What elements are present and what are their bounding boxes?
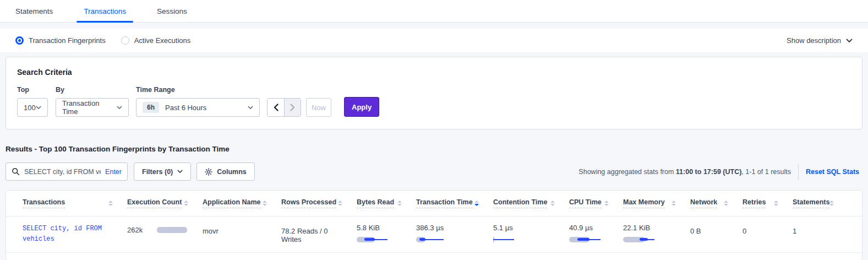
chevron-left-icon [274,104,279,111]
cell-network: 0 B [690,224,743,235]
columns-button[interactable]: Columns [196,162,254,181]
sort-icon [397,201,402,206]
show-description-toggle[interactable]: Show description [787,36,853,45]
search-icon [12,167,20,176]
filters-button-label: Filters (0) [142,168,173,176]
cell-cpu-time: 40.9 µs [569,224,623,242]
now-button[interactable]: Now [306,98,331,117]
sort-icon [604,201,609,206]
column-label: Statements [793,198,829,208]
cell-application-name: movr [203,224,281,235]
chevron-down-icon [177,170,183,174]
metric-bar [623,237,676,242]
by-select[interactable]: Transaction Time [56,98,129,117]
by-select-value: Transaction Time [62,99,117,116]
stats-time-range: 11:00 to 17:59 (UTC) [676,168,741,176]
radio-label: Transaction Fingerprints [29,36,106,45]
column-label: Execution Count [127,198,182,208]
top-select-value: 100 [24,104,36,112]
column-header-network[interactable]: Network [690,198,743,208]
column-header-statements[interactable]: Statements [793,198,845,208]
time-range-select[interactable]: 6h Past 6 Hours [136,98,260,117]
metric-bar [416,237,479,242]
column-header-execution-count[interactable]: Execution Count [127,198,203,208]
time-range-field: Time Range 6h Past 6 Hours [136,86,260,117]
sort-icon [338,201,342,206]
sort-icon [829,201,834,206]
show-description-label: Show description [787,36,841,45]
column-label: Retries [743,198,766,208]
column-label: Max Memory [623,198,665,208]
column-header-transaction-time[interactable]: Transaction Time [416,198,493,208]
column-label: Application Name [203,198,261,208]
tab-statements[interactable]: Statements [15,0,53,22]
column-header-cpu-time[interactable]: CPU Time [569,198,623,208]
cell-transaction-time: 386.3 µs [416,224,493,242]
sort-icon [672,201,676,206]
column-header-application-name[interactable]: Application Name [203,198,281,208]
metric-bar [569,237,609,242]
sort-icon [108,201,113,206]
transaction-fingerprint-link[interactable]: SELECT city, id FROMvehicles [23,224,113,244]
column-label: Rows Processed [281,198,336,208]
cell-max-memory: 22.1 KiB [623,224,690,242]
results-heading: Results - Top 100 Transaction Fingerprin… [6,145,862,153]
column-label: CPU Time [569,198,602,208]
column-header-retries[interactable]: Retries [743,198,793,208]
cell-transactions: SELECT city, id FROMvehicles [23,224,127,244]
search-criteria-title: Search Criteria [17,68,851,77]
column-label: Network [690,198,717,208]
view-toggle-row: Transaction Fingerprints Active Executio… [0,29,868,52]
tab-sessions[interactable]: Sessions [157,0,187,22]
chevron-down-icon [248,106,253,110]
cell-rows-processed: 78.2 Reads / 0 Writes [281,224,357,243]
apply-button[interactable]: Apply [344,97,379,117]
time-range-badge: 6h [143,102,159,113]
search-input[interactable]: SELECT city, id FROM vehicles W Enter [6,162,128,181]
radio-selected-icon [15,36,24,45]
by-field: By Transaction Time [56,86,136,117]
apply-button-label: Apply [352,103,372,111]
column-header-contention-time[interactable]: Contention Time [493,198,569,208]
top-select[interactable]: 100 [17,98,48,117]
cell-execution-count: 262k [127,224,203,234]
chevron-right-icon [290,104,295,111]
search-enter-button[interactable]: Enter [105,168,122,176]
top-field: Top 100 [17,86,56,117]
radio-active-executions[interactable]: Active Executions [121,36,191,45]
tab-label: Statements [15,7,53,15]
tab-label: Sessions [157,7,187,15]
filters-button[interactable]: Filters (0) [134,162,191,181]
chevron-down-icon [36,106,41,110]
tab-transactions[interactable]: Transactions [84,0,126,22]
column-label: Transaction Time [416,198,473,208]
cell-contention-time: 5.1 µs [493,224,569,242]
vertical-divider [798,164,799,180]
table-row: SELECT city, id FROMvehicles262kmovr78.2… [6,216,862,253]
column-header-bytes-read[interactable]: Bytes Read [357,198,416,208]
table-body: SELECT city, id FROMvehicles262kmovr78.2… [6,216,862,253]
column-label: Transactions [23,198,65,208]
column-header-rows-processed[interactable]: Rows Processed [281,198,357,208]
metric-bar [493,237,555,242]
aggregated-stats-text: Showing aggregated stats from 11:00 to 1… [578,168,791,176]
by-label: By [56,86,136,94]
sort-icon [184,201,188,206]
results-table: TransactionsExecution CountApplication N… [6,190,862,260]
reset-sql-stats-link[interactable]: Reset SQL Stats [806,168,859,176]
search-input-value: SELECT city, id FROM vehicles W [24,168,101,176]
radio-transaction-fingerprints[interactable]: Transaction Fingerprints [15,36,106,45]
time-range-value: Past 6 Hours [165,104,206,112]
column-header-max-memory[interactable]: Max Memory [623,198,690,208]
time-range-prev-button[interactable] [268,99,284,116]
sort-icon [724,201,728,206]
time-range-next-button[interactable] [284,99,301,116]
now-button-label: Now [312,104,326,112]
results-controls-row: SELECT city, id FROM vehicles W Enter Fi… [6,162,862,181]
search-criteria-card: Search Criteria Top 100 By Transaction T… [6,57,862,129]
columns-button-label: Columns [217,168,246,176]
column-header-transactions[interactable]: Transactions [23,198,127,208]
sort-icon [263,201,267,206]
chevron-down-icon [846,39,853,43]
time-range-label: Time Range [136,86,260,94]
